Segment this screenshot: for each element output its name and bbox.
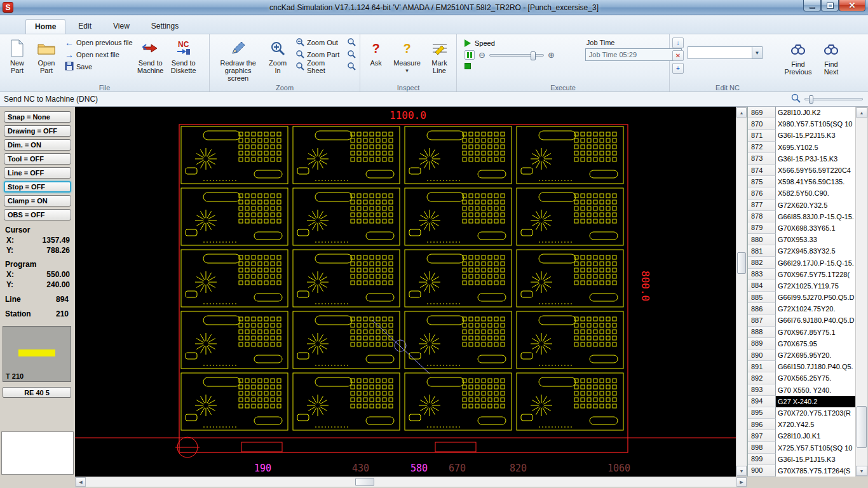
nc-line-code[interactable]: X598.41Y56.59C135. bbox=[776, 176, 855, 187]
nc-line-code[interactable]: G28I10.J0.K2 bbox=[776, 107, 855, 118]
nc-row-879[interactable]: 879G70X698.33Y65.1 bbox=[748, 222, 855, 234]
nc-row-897[interactable]: 897G28I10.J0.K1 bbox=[748, 430, 855, 442]
nc-vertical-scrollbar[interactable]: ▲ ▼ bbox=[855, 107, 868, 477]
nc-row-887[interactable]: 887G66I76.9J180.P40.Q5.D bbox=[748, 315, 855, 326]
cad-canvas[interactable]: 1100.0800.01904305806708201060 bbox=[75, 107, 736, 477]
speed-slider-thumb[interactable] bbox=[531, 51, 536, 60]
nc-row-878[interactable]: 878G66I85.83J0.P-15.Q-15. bbox=[748, 211, 855, 222]
nc-line-code[interactable]: G70X967.85Y75.1 bbox=[776, 327, 855, 338]
scroll-left-icon[interactable]: ◀ bbox=[76, 477, 86, 487]
nc-line-number[interactable]: 888 bbox=[748, 327, 776, 338]
nc-row-889[interactable]: 889G70X675.95 bbox=[748, 338, 855, 349]
nc-row-880[interactable]: 880G70X953.33 bbox=[748, 234, 855, 245]
toggle-stop[interactable]: Stop = OFF bbox=[4, 181, 71, 193]
nc-line-number[interactable]: 875 bbox=[748, 176, 776, 187]
nc-row-892[interactable]: 892G70X565.25Y75. bbox=[748, 372, 855, 384]
sheet-drawing[interactable]: 1100.0800.01904305806708201060 bbox=[75, 107, 736, 477]
nc-line-code[interactable]: G66I29.17J0.P-15.Q-15. bbox=[776, 257, 855, 268]
mark-line-button[interactable]: Mark Line bbox=[425, 36, 454, 76]
nc-line-code[interactable]: G28I10.J0.K1 bbox=[776, 430, 855, 442]
nc-line-number[interactable]: 898 bbox=[748, 442, 776, 453]
scroll-up-icon[interactable]: ▲ bbox=[736, 107, 747, 118]
nc-line-number[interactable]: 887 bbox=[748, 315, 776, 326]
nc-line-code[interactable]: G72X945.83Y32.5 bbox=[776, 245, 855, 257]
nc-line-number[interactable]: 900 bbox=[748, 465, 776, 477]
toggle-clamp[interactable]: Clamp = ON bbox=[4, 195, 71, 207]
nc-line-code[interactable]: G72X620.Y32.5 bbox=[776, 200, 855, 211]
view-zoom-slider-thumb[interactable] bbox=[809, 95, 813, 104]
nc-line-code[interactable]: G70X967.5Y75.1T228( bbox=[776, 269, 855, 280]
nc-line-number[interactable]: 883 bbox=[748, 269, 776, 280]
nc-line-number[interactable]: 877 bbox=[748, 200, 776, 211]
nc-line-code[interactable]: X725.Y57.5T105(SQ 10 bbox=[776, 442, 855, 453]
scroll-up-icon[interactable]: ▲ bbox=[856, 107, 867, 118]
nc-line-code[interactable]: G27 X-240.2 bbox=[776, 396, 855, 407]
nc-line-code[interactable]: G70X785.Y75.1T264(S bbox=[776, 465, 855, 477]
new-part-button[interactable]: New Part bbox=[3, 36, 32, 76]
edit-nc-combobox[interactable]: ▼ bbox=[688, 46, 763, 59]
nc-line-number[interactable]: 874 bbox=[748, 165, 776, 176]
edit-nc-insert-button[interactable]: + bbox=[672, 63, 684, 74]
nc-line-number[interactable]: 872 bbox=[748, 142, 776, 153]
magnifier-icon[interactable] bbox=[791, 93, 801, 105]
nc-line-code[interactable]: G36I-15.P1J15.K3 bbox=[776, 454, 855, 465]
nc-line-number[interactable]: 892 bbox=[748, 372, 776, 384]
ask-button[interactable]: ? Ask bbox=[363, 36, 389, 76]
speed-minus-icon[interactable]: ⊖ bbox=[478, 50, 485, 60]
nc-line-number[interactable]: 870 bbox=[748, 118, 776, 130]
nc-row-885[interactable]: 885G66I99.5J270.P50.Q5.D bbox=[748, 292, 855, 303]
tab-settings[interactable]: Settings bbox=[142, 19, 187, 34]
nc-line-number[interactable]: 896 bbox=[748, 419, 776, 430]
nc-line-number[interactable]: 895 bbox=[748, 407, 776, 419]
find-next-button[interactable]: Find Next bbox=[818, 37, 844, 77]
nc-row-886[interactable]: 886G72X1024.75Y20. bbox=[748, 303, 855, 315]
scroll-down-icon[interactable]: ▼ bbox=[736, 466, 747, 476]
toggle-line[interactable]: Line = OFF bbox=[4, 167, 71, 179]
nc-row-891[interactable]: 891G66I150.7J180.P40.Q5. bbox=[748, 361, 855, 372]
nc-line-code[interactable]: G36I-15.P3J-15.K3 bbox=[776, 153, 855, 165]
canvas-horizontal-scrollbar[interactable]: ◀ ▶ bbox=[75, 477, 747, 487]
nc-row-870[interactable]: 870X980.Y57.5T105(SQ 10 bbox=[748, 118, 855, 130]
nc-line-number[interactable]: 871 bbox=[748, 130, 776, 141]
toggle-tool[interactable]: Tool = OFF bbox=[4, 153, 71, 165]
open-next-file-button[interactable]: → Open next file bbox=[64, 48, 134, 60]
chevron-down-icon[interactable]: ▼ bbox=[752, 47, 762, 58]
nc-line-number[interactable]: 880 bbox=[748, 234, 776, 245]
nc-line-code[interactable]: G70X698.33Y65.1 bbox=[776, 222, 855, 234]
magnifier-mini-icon[interactable] bbox=[347, 62, 356, 72]
toggle-drawing[interactable]: Drawing = OFF bbox=[4, 125, 71, 137]
toggle-obs[interactable]: OBS = OFF bbox=[4, 209, 71, 220]
pause-button[interactable] bbox=[465, 50, 475, 60]
open-part-button[interactable]: Open Part bbox=[32, 36, 61, 76]
nc-row-898[interactable]: 898X725.Y57.5T105(SQ 10 bbox=[748, 442, 855, 453]
nc-line-code[interactable]: G66I99.5J270.P50.Q5.D bbox=[776, 292, 855, 303]
nc-row-876[interactable]: 876X582.5Y50.C90. bbox=[748, 187, 855, 199]
nc-row-894[interactable]: 894G27 X-240.2 bbox=[748, 396, 855, 407]
nc-row-872[interactable]: 872X695.Y102.5 bbox=[748, 142, 855, 153]
nc-line-number[interactable]: 879 bbox=[748, 222, 776, 234]
nc-line-number[interactable]: 894 bbox=[748, 396, 776, 407]
nc-line-number[interactable]: 886 bbox=[748, 303, 776, 315]
canvas-vertical-scrollbar[interactable]: ▲ ▼ bbox=[736, 107, 747, 477]
open-previous-file-button[interactable]: ← Open previous file bbox=[64, 36, 134, 48]
nc-line-number[interactable]: 897 bbox=[748, 430, 776, 442]
nc-row-869[interactable]: 869G28I10.J0.K2 bbox=[748, 107, 855, 118]
nc-line-code[interactable]: G66I76.9J180.P40.Q5.D bbox=[776, 315, 855, 326]
nc-code-panel[interactable]: 869G28I10.J0.K2870X980.Y57.5T105(SQ 1087… bbox=[747, 107, 855, 477]
toggle-snap[interactable]: Snap = None bbox=[4, 111, 71, 123]
zoom-out-button[interactable]: Zoom Out bbox=[294, 36, 357, 48]
nc-line-code[interactable]: G70X720.Y75.1T203(R bbox=[776, 407, 855, 419]
send-to-machine-button[interactable]: Send to Machine bbox=[134, 36, 167, 76]
magnifier-mini-icon[interactable] bbox=[347, 37, 356, 48]
nc-line-number[interactable]: 889 bbox=[748, 338, 776, 349]
nc-line-code[interactable]: G36I-15.P2J15.K3 bbox=[776, 130, 855, 141]
scroll-right-icon[interactable]: ▶ bbox=[736, 477, 747, 487]
nc-line-number[interactable]: 893 bbox=[748, 384, 776, 396]
nc-row-882[interactable]: 882G66I29.17J0.P-15.Q-15. bbox=[748, 257, 855, 268]
nc-row-871[interactable]: 871G36I-15.P2J15.K3 bbox=[748, 130, 855, 141]
speed-slider[interactable] bbox=[489, 54, 544, 57]
nc-line-code[interactable]: G70X953.33 bbox=[776, 234, 855, 245]
nc-line-number[interactable]: 881 bbox=[748, 245, 776, 257]
nc-line-code[interactable]: G72X695.95Y20. bbox=[776, 349, 855, 361]
close-button[interactable]: ✕ bbox=[839, 0, 865, 11]
